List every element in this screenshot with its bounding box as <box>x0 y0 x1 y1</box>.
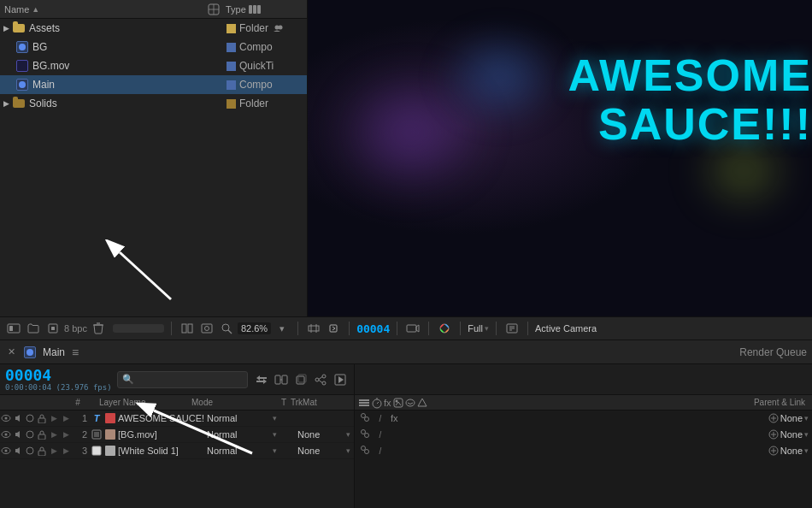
lock-toggle-3[interactable] <box>36 443 48 459</box>
layer-mode-1[interactable]: Normal ▾ <box>203 413 280 423</box>
transfer-icon-btn[interactable] <box>253 372 270 387</box>
layer-row[interactable]: ▶ ▶ 2 [BG.mov] Normal ▾ None ▾ <box>0 427 354 443</box>
comp-icon-main <box>15 79 29 91</box>
solo-toggle-2[interactable] <box>24 427 36 443</box>
output-view-btn[interactable] <box>198 321 215 336</box>
layer-name-3[interactable]: [White Solid 1] <box>118 446 203 456</box>
toolbar-left: 8 bpc <box>5 321 164 336</box>
layer2-slash-icon[interactable]: / <box>374 430 387 440</box>
fast-preview-btn[interactable] <box>503 321 521 336</box>
layer-color-2[interactable] <box>105 429 115 440</box>
trash-btn[interactable] <box>90 321 107 336</box>
layer-search-box[interactable]: 🔍 <box>117 371 248 388</box>
layer-row[interactable]: ▶ ▶ 3 [White Solid 1] Normal ▾ None <box>0 443 354 459</box>
visibility-toggle-2[interactable] <box>0 427 12 443</box>
solo-toggle-1[interactable] <box>24 411 36 427</box>
layer1-parent-select[interactable]: None <box>780 413 803 423</box>
timeline-section: ✕ Main ≡ Render Queue 00004 0:00:00:04 (… <box>0 340 812 508</box>
folder-btn[interactable] <box>25 321 42 336</box>
camera-btn[interactable] <box>404 321 421 336</box>
svg-point-17 <box>204 327 209 331</box>
timeline-close-btn[interactable]: ✕ <box>5 346 17 358</box>
layer3-chain-icon[interactable] <box>358 445 372 457</box>
color-mgmt-btn[interactable] <box>436 321 453 336</box>
layer1-parent-arrow[interactable]: ▾ <box>804 414 809 422</box>
expand-1[interactable]: ▶ <box>60 411 72 427</box>
view-layout-btn[interactable] <box>179 321 196 336</box>
layer-row[interactable]: ▶ ▶ 1 T AWESOME SAUCE!!! Normal ▾ <box>0 411 354 427</box>
comp-link-btn[interactable] <box>273 372 290 387</box>
comp-tab-name[interactable]: Main <box>43 346 65 358</box>
expand-3[interactable]: ▶ <box>60 443 72 459</box>
layer3-slash-icon[interactable]: / <box>374 446 387 456</box>
svg-point-67 <box>406 399 415 406</box>
region-btn[interactable] <box>305 321 322 336</box>
collapse-1[interactable]: ▶ <box>48 411 60 427</box>
flow-btn[interactable] <box>312 372 329 387</box>
expand-2[interactable]: ▶ <box>60 427 72 443</box>
layer-name-1[interactable]: AWESOME SAUCE!!! <box>118 413 203 423</box>
svg-point-46 <box>26 415 33 422</box>
svg-line-7 <box>120 252 171 299</box>
layer-name-2[interactable]: [BG.mov] <box>118 429 203 440</box>
collapse-2[interactable]: ▶ <box>48 427 60 443</box>
lock-toggle-2[interactable] <box>36 427 48 443</box>
timecode-display[interactable]: 00004 <box>356 322 390 335</box>
solo-toggle-3[interactable] <box>24 443 36 459</box>
viewer-settings-btn[interactable] <box>5 321 22 336</box>
list-item[interactable]: BG Compo <box>0 38 307 56</box>
layer-color-1[interactable] <box>105 413 115 423</box>
layer-trkmat-2[interactable]: None ▾ <box>294 429 354 440</box>
visibility-toggle-3[interactable] <box>0 443 12 459</box>
svg-point-5 <box>279 26 283 30</box>
svg-rect-33 <box>282 375 287 384</box>
list-item[interactable]: Main Compo <box>0 75 307 94</box>
quality-selector[interactable]: Full ▾ <box>468 323 489 334</box>
collapse-3[interactable]: ▶ <box>48 443 60 459</box>
timeline-menu-icon[interactable]: ≡ <box>72 346 79 359</box>
current-timecode[interactable]: 00004 <box>5 368 112 383</box>
audio-toggle-3[interactable] <box>12 443 24 459</box>
divider-5 <box>428 322 429 335</box>
list-item[interactable]: BG.mov QuickTi <box>0 56 307 75</box>
list-item[interactable]: ▶ Assets Folder <box>0 19 307 38</box>
zoom-dropdown-arrow[interactable]: ▾ <box>274 321 291 336</box>
zoom-percent[interactable]: 82.6% <box>238 322 271 334</box>
svg-point-18 <box>222 324 229 331</box>
divider-2 <box>297 322 298 335</box>
audio-toggle-1[interactable] <box>12 411 24 427</box>
render-queue-tab[interactable]: Render Queue <box>739 346 807 358</box>
lock-toggle-1[interactable] <box>36 411 48 427</box>
layer-color-3[interactable] <box>105 446 115 456</box>
layer3-parent-select[interactable]: None <box>780 446 803 456</box>
layer-rows-container: ▶ ▶ 1 T AWESOME SAUCE!!! Normal ▾ <box>0 411 354 508</box>
render-btn[interactable] <box>332 372 349 387</box>
list-item[interactable]: ▶ Solids Folder <box>0 94 307 113</box>
magnify-btn[interactable] <box>218 321 235 336</box>
layer2-parent-select[interactable]: None <box>780 429 803 440</box>
layer2-chain-icon[interactable] <box>358 428 372 440</box>
layer1-chain-icon[interactable] <box>358 412 372 424</box>
render-settings-btn[interactable] <box>44 321 62 336</box>
svg-marker-43 <box>338 376 344 383</box>
svg-line-19 <box>228 330 232 334</box>
bpc-badge[interactable]: 8 bpc <box>64 323 87 334</box>
duplicate-comp-btn[interactable] <box>292 372 309 387</box>
layer-trkmat-3[interactable]: None ▾ <box>294 446 354 456</box>
layer1-slash-icon[interactable]: / <box>374 414 387 423</box>
layer-type-icon-1: T <box>91 411 103 427</box>
frame-advance-btn[interactable] <box>325 321 342 336</box>
layer3-parent-arrow[interactable]: ▾ <box>804 446 809 455</box>
audio-toggle-2[interactable] <box>12 427 24 443</box>
visibility-toggle-1[interactable] <box>0 411 12 427</box>
layer3-parent-group: None ▾ <box>768 446 809 456</box>
layer-mode-3[interactable]: Normal ▾ <box>203 446 280 456</box>
layer2-parent-arrow[interactable]: ▾ <box>804 430 809 439</box>
layer-mode-2[interactable]: Normal ▾ <box>203 429 280 440</box>
svg-rect-35 <box>297 376 304 384</box>
expand-arrow[interactable]: ▶ <box>3 24 12 32</box>
svg-rect-59 <box>359 399 369 401</box>
layer1-fx-label[interactable]: fx <box>391 413 398 423</box>
expand-arrow-solids[interactable]: ▶ <box>3 99 12 108</box>
svg-line-41 <box>319 380 322 382</box>
